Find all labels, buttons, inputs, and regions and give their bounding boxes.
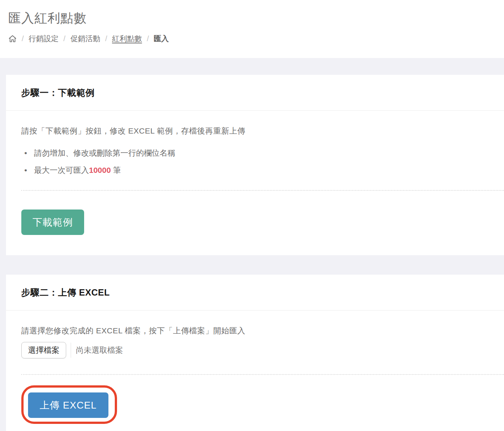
file-status-text: 尚未選取檔案 [71,343,123,358]
step1-card-title: 步驟一：下載範例 [21,87,95,99]
breadcrumb-item-import-current: 匯入 [154,34,169,44]
list-item: • 最大一次可匯入10000 筆 [21,162,504,179]
step1-bullet2-prefix: 最大一次可匯入 [34,166,89,174]
breadcrumb-separator: / [22,34,24,43]
bullet-icon: • [24,162,27,179]
step1-bullet1-text: 請勿增加、修改或刪除第一行的欄位名稱 [34,149,175,157]
step1-card-body: 請按「下載範例」按鈕，修改 EXCEL 範例，存檔後再重新上傳 • 請勿增加、修… [6,111,504,255]
step1-instruction: 請按「下載範例」按鈕，修改 EXCEL 範例，存檔後再重新上傳 [21,125,504,137]
breadcrumb-item-promotions[interactable]: 促銷活動 [70,34,100,44]
list-item: • 請勿增加、修改或刪除第一行的欄位名稱 [21,144,504,162]
step1-card: 步驟一：下載範例 請按「下載範例」按鈕，修改 EXCEL 範例，存檔後再重新上傳… [6,75,504,255]
step2-card: 步驟二：上傳 EXCEL 請選擇您修改完成的 EXCEL 檔案，按下「上傳檔案」… [6,275,504,431]
breadcrumb-separator: / [147,34,149,43]
step1-bullet-list: • 請勿增加、修改或刪除第一行的欄位名稱 • 最大一次可匯入10000 筆 [21,144,504,179]
step1-card-header: 步驟一：下載範例 [6,75,504,111]
page-title: 匯入紅利點數 [8,10,504,27]
dotted-divider [21,190,504,191]
dotted-divider [21,374,504,375]
step2-instruction: 請選擇您修改完成的 EXCEL 檔案，按下「上傳檔案」開始匯入 [21,325,504,337]
content-area: 步驟一：下載範例 請按「下載範例」按鈕，修改 EXCEL 範例，存檔後再重新上傳… [0,58,504,431]
home-icon[interactable] [8,34,17,43]
file-input-row: 選擇檔案 尚未選取檔案 [21,342,504,358]
breadcrumb: / 行銷設定 / 促銷活動 / 紅利點數 / 匯入 [8,34,504,44]
step2-card-header: 步驟二：上傳 EXCEL [6,275,504,311]
step1-bullet2-suffix: 筆 [111,166,121,174]
breadcrumb-item-bonus-points[interactable]: 紅利點數 [112,34,142,44]
breadcrumb-separator: / [105,34,107,43]
download-example-button[interactable]: 下載範例 [21,210,84,235]
upload-button-annotation-ring: 上傳 EXCEL [21,385,117,424]
breadcrumb-item-marketing-settings[interactable]: 行銷設定 [29,34,59,44]
choose-file-button[interactable]: 選擇檔案 [21,342,66,358]
upload-excel-button[interactable]: 上傳 EXCEL [28,392,108,418]
max-import-count: 10000 [89,166,111,174]
step2-card-title: 步驟二：上傳 EXCEL [21,287,110,299]
breadcrumb-separator: / [64,34,66,43]
bullet-icon: • [24,144,27,162]
page-header: 匯入紅利點數 / 行銷設定 / 促銷活動 / 紅利點數 / 匯入 [0,0,504,58]
step2-card-body: 請選擇您修改完成的 EXCEL 檔案，按下「上傳檔案」開始匯入 選擇檔案 尚未選… [6,311,504,431]
